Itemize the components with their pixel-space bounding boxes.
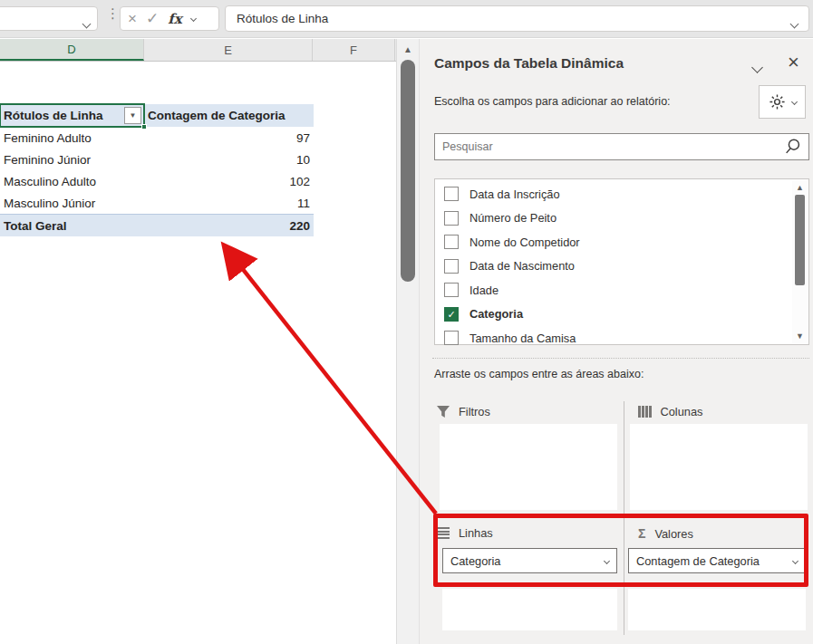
formula-buttons-group: × ✓ fx <box>120 6 219 31</box>
checkbox-unchecked[interactable] <box>444 187 459 201</box>
chevron-down-icon[interactable] <box>190 15 197 22</box>
pivot-header-row: Rótulos de Linha ▼ Contagem de Categoria <box>0 104 314 127</box>
divider <box>432 358 809 359</box>
scroll-down-icon[interactable]: ▼ <box>792 332 808 341</box>
table-row[interactable]: Feminino Adulto 97 <box>0 127 314 149</box>
scrollbar-thumb[interactable] <box>401 60 415 282</box>
filter-funnel-icon <box>437 406 450 418</box>
filters-drop-zone[interactable] <box>440 424 617 510</box>
search-input[interactable] <box>435 140 783 153</box>
columns-drop-zone[interactable] <box>630 424 808 510</box>
sheet-vertical-scrollbar[interactable]: ▲ <box>396 39 419 644</box>
formula-value: Rótulos de Linha <box>237 12 328 25</box>
field-label: Categoria <box>469 307 523 321</box>
field-item[interactable]: Data da Inscrição <box>435 182 808 207</box>
row-label: Feminino Júnior <box>0 153 144 167</box>
checkbox-unchecked[interactable] <box>444 283 459 297</box>
pivot-total-row[interactable]: Total Geral 220 <box>0 214 314 236</box>
total-label: Total Geral <box>0 219 144 233</box>
field-item[interactable]: Data de Nascimento <box>435 255 808 279</box>
field-list: Data da Inscrição Número de Peito Nome d… <box>434 178 809 345</box>
field-label: Tamanho da Camisa <box>469 332 576 345</box>
gear-icon <box>769 93 786 111</box>
insert-function-icon[interactable]: fx <box>168 11 181 27</box>
checkbox-unchecked[interactable] <box>444 211 459 226</box>
formula-bar-strip: ⋮ × ✓ fx Rótulos de Linha <box>0 0 813 38</box>
scrollbar-thumb[interactable] <box>795 195 805 285</box>
field-label: Número de Peito <box>469 211 557 225</box>
choose-fields-label: Escolha os campos para adicionar ao rela… <box>434 95 671 108</box>
tools-gear-button[interactable] <box>759 85 806 119</box>
row-label: Masculino Júnior <box>0 197 144 210</box>
row-value: 102 <box>144 175 314 188</box>
table-row[interactable]: Feminino Júnior 10 <box>0 149 314 170</box>
column-header-f[interactable]: F <box>313 39 395 61</box>
field-label: Data de Nascimento <box>469 259 575 273</box>
pane-title: Campos da Tabela Dinâmica <box>434 55 624 72</box>
field-item[interactable]: Idade <box>435 278 808 303</box>
pivot-rows-header-cell[interactable]: Rótulos de Linha ▼ <box>0 104 144 127</box>
field-label: Data da Inscrição <box>469 187 560 201</box>
chevron-down-icon <box>790 99 797 105</box>
row-value: 11 <box>144 197 314 210</box>
row-label: Feminino Adulto <box>0 131 144 145</box>
columns-icon <box>638 406 652 418</box>
filter-arrow-icon: ▼ <box>130 111 137 120</box>
checkbox-checked[interactable]: ✓ <box>444 307 459 322</box>
columns-area-header: Colunas <box>638 405 702 418</box>
filter-dropdown-button[interactable]: ▼ <box>124 107 141 124</box>
pivot-table: Rótulos de Linha ▼ Contagem de Categoria… <box>0 104 314 236</box>
field-item[interactable]: ✓ Categoria <box>435 303 808 327</box>
rows-drop-zone[interactable] <box>442 589 617 630</box>
column-headers: D E F <box>0 39 396 62</box>
drag-dots-icon: ⋮ <box>106 10 120 16</box>
enter-icon[interactable]: ✓ <box>146 11 159 26</box>
field-item[interactable]: Tamanho da Camisa <box>435 326 808 351</box>
area-label: Colunas <box>661 405 703 418</box>
field-label: Idade <box>469 284 498 297</box>
annotation-highlight-rectangle <box>433 514 808 587</box>
cancel-icon[interactable]: × <box>128 11 137 26</box>
formula-input[interactable]: Rótulos de Linha <box>225 5 809 32</box>
fill-handle[interactable] <box>141 124 147 130</box>
chevron-down-icon[interactable] <box>790 20 799 29</box>
column-header-e[interactable]: E <box>144 39 313 61</box>
checkbox-unchecked[interactable] <box>444 259 459 274</box>
table-row[interactable]: Masculino Júnior 11 <box>0 192 314 214</box>
collapse-pane-button[interactable] <box>753 59 761 75</box>
drag-areas-label: Arraste os campos entre as áreas abaixo: <box>434 368 644 380</box>
close-pane-icon[interactable]: × <box>788 51 799 74</box>
scroll-up-icon[interactable]: ▲ <box>792 183 808 192</box>
total-value: 220 <box>144 219 314 233</box>
pivot-values-header-cell[interactable]: Contagem de Categoria <box>144 109 314 122</box>
chevron-down-icon[interactable] <box>82 20 92 29</box>
search-box[interactable] <box>434 133 809 160</box>
field-item[interactable]: Nome do Competidor <box>435 230 808 255</box>
filters-area-header: Filtros <box>437 405 490 418</box>
checkbox-unchecked[interactable] <box>444 235 459 249</box>
checkbox-unchecked[interactable] <box>444 331 459 345</box>
search-icon <box>783 137 803 157</box>
name-box[interactable] <box>0 6 98 31</box>
field-label: Nome do Competidor <box>469 235 580 249</box>
row-value: 10 <box>144 153 314 167</box>
area-label: Filtros <box>459 405 490 418</box>
row-label: Masculino Adulto <box>0 175 144 188</box>
values-drop-zone[interactable] <box>628 589 806 630</box>
column-header-d[interactable]: D <box>0 39 144 61</box>
table-row[interactable]: Masculino Adulto 102 <box>0 170 314 192</box>
field-list-scrollbar[interactable]: ▲ ▼ <box>792 180 808 343</box>
row-value: 97 <box>144 131 314 145</box>
scroll-up-icon[interactable]: ▲ <box>397 44 419 54</box>
pivot-rows-header-label: Rótulos de Linha <box>4 109 103 122</box>
field-item[interactable]: Número de Peito <box>435 207 808 231</box>
